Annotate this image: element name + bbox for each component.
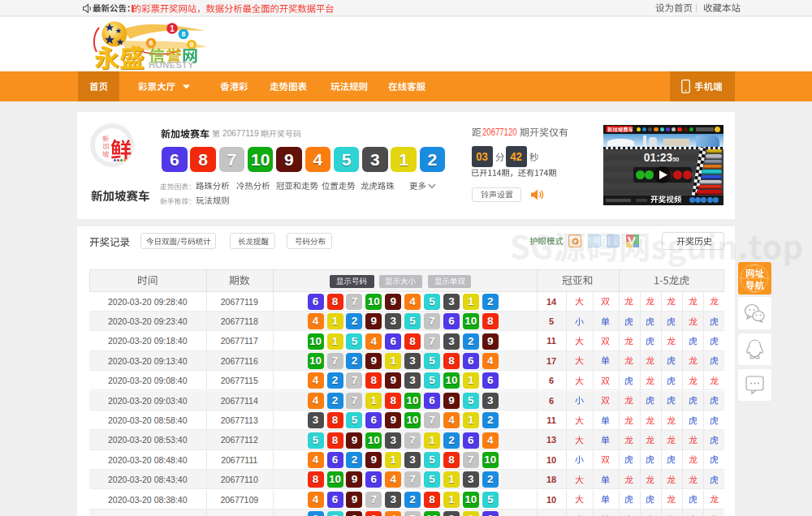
svg-text:8: 8	[181, 30, 185, 38]
svg-text:1: 1	[170, 24, 175, 33]
